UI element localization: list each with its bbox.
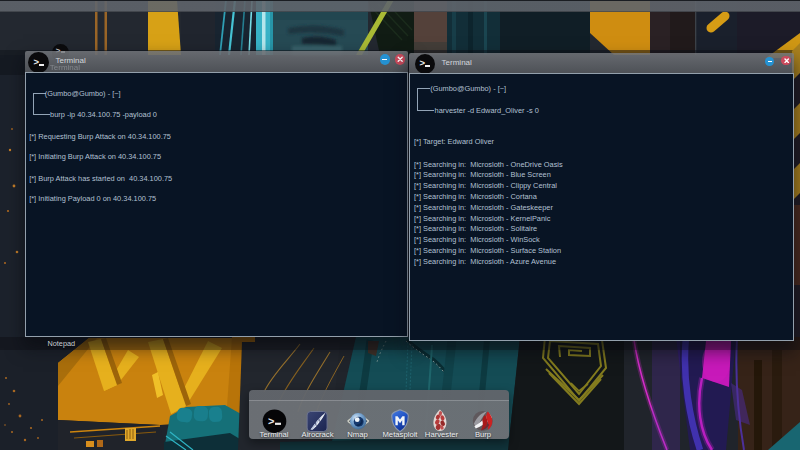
svg-text:>: > [268, 414, 274, 426]
